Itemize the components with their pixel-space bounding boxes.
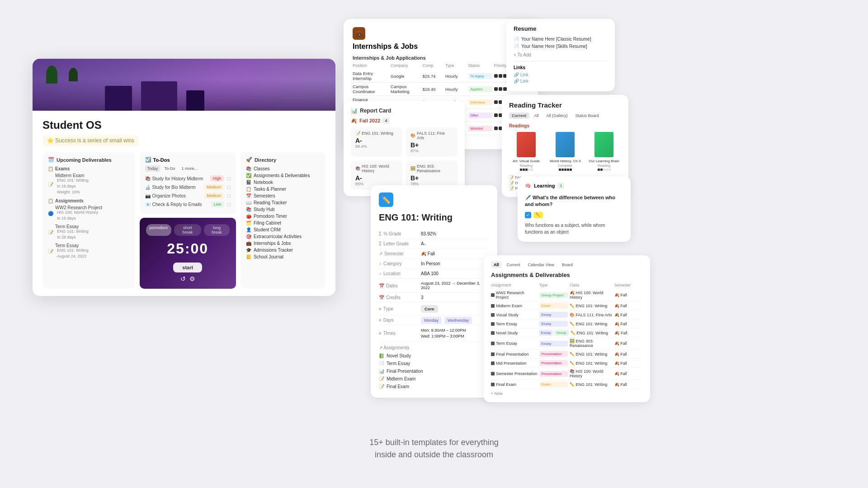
sigma-icon-2: Σ [379, 241, 382, 246]
book-1: Art: Visual Guide Reading [509, 132, 543, 171]
tab-more[interactable]: 1 more... [179, 165, 200, 172]
dir-item-admissions[interactable]: 🎓Admissions Tracker [246, 248, 320, 253]
tab-todo[interactable]: To-Do [162, 165, 178, 172]
eng-assign-2: 📄Term Essay [379, 360, 489, 367]
day-monday: Monday [421, 317, 442, 324]
eng-row-times: ≡ Times Mon: 9:30AM – 12:00PMWed: 1:00PM… [379, 325, 489, 342]
todo-check-4[interactable]: □ [227, 202, 231, 207]
intern-status-2: Applied [468, 86, 492, 92]
pomodoro-tab-short[interactable]: short break [174, 224, 201, 236]
student-os-card: Student OS ⭐ Success is a series of smal… [33, 59, 335, 296]
tab-today[interactable]: Today [145, 165, 160, 172]
report-icon: 📊 [351, 108, 358, 114]
eng-val-credits: 3 [421, 295, 424, 300]
dir-item-pomodoro[interactable]: 🍅Pomodoro Timer [246, 214, 320, 219]
dir-item-assignments[interactable]: ✅Assignments & Deliverables [246, 173, 320, 178]
rtab-current[interactable]: Current [509, 113, 529, 119]
assign-name-1: WW2 Research Project [55, 205, 102, 210]
upcoming-deliverables-section: 🗓️ Upcoming Deliverables 📋 Exams 📝 Midte… [42, 152, 135, 289]
todos-pomodoro-col: ☑️ To-Dos Today To-Do 1 more... 📚 Study … [140, 152, 236, 289]
exam-emoji-1: 📝 [48, 182, 53, 187]
gear-icon[interactable]: ⚙ [189, 275, 195, 282]
dir-item-studyhub[interactable]: 📚Study Hub [246, 207, 320, 212]
pomodoro-start-button[interactable]: start [173, 263, 202, 272]
pomodoro-tab-long[interactable]: long break [204, 224, 230, 236]
report-grade-2: B+ [410, 141, 453, 149]
todo-check-1[interactable]: □ [227, 176, 231, 181]
refresh-icon[interactable]: ↺ [180, 275, 186, 282]
exam-icon-eng: 📝 [379, 376, 384, 381]
dir-item-filing[interactable]: 🗂️Filing Cabinet [246, 221, 320, 225]
todo-text-3: Organize Photos [152, 193, 203, 198]
report-course-name-1: 📝 ENG 101: Writing [355, 131, 398, 136]
assign-dot-8 [491, 361, 495, 365]
assign-type-3: Essay [539, 312, 568, 318]
eng-row-semester: ↗ Semester 🍂 Fall [379, 249, 489, 259]
directory-section: 🚀 Directory 📚Classes ✅Assignments & Deli… [241, 152, 326, 289]
dir-item-internships[interactable]: 💼Internships & Jobs [246, 241, 320, 246]
col-status: Status [468, 63, 492, 68]
assign-tab-all[interactable]: All [491, 262, 502, 268]
rtab-status-board[interactable]: Status Board [573, 113, 602, 119]
assign-type-9: Presentation [539, 371, 568, 377]
report-course-1: 📝 ENG 101: Writing A- 88.4% [351, 127, 402, 157]
eng-row-location: ○ Location ABA 100 [379, 269, 489, 279]
report-course-name-4: 🖼️ ENG 303: Renaissance [410, 164, 453, 173]
col-class: Class [570, 283, 613, 287]
eng-val-category: In Person [421, 261, 440, 266]
bottom-text: 15+ built-in templates for everything in… [369, 436, 499, 461]
intern-pos-2: Campus Coordinator [353, 84, 389, 94]
rtab-all[interactable]: All [532, 113, 542, 119]
assign-sub-3: ENG 101: Writing [57, 248, 89, 253]
todo-check-3[interactable]: □ [227, 193, 231, 198]
intern-status-3: Interview [468, 99, 492, 105]
assign-type-1: Group Project [539, 292, 568, 298]
todo-emoji-2: 🔬 [145, 185, 151, 190]
eng-label-dates: 📅 Dates [379, 283, 417, 288]
todos-tabs: Today To-Do 1 more... [145, 165, 231, 172]
list-icon-2: ≡ [379, 318, 382, 323]
eng-label-letter: Σ Letter Grade [379, 241, 417, 246]
circle-icon-1: ○ [379, 261, 382, 266]
todo-text-4: Check & Reply to Emails [152, 202, 209, 207]
assign-tab-calendar[interactable]: Calendar View [525, 262, 557, 268]
assign-filter-tabs: All Current Calendar View Board [491, 262, 643, 268]
books-row: Art: Visual Guide Reading World History,… [509, 132, 621, 171]
assign-sem-6: 🍂 Fall [614, 341, 643, 346]
assign-tab-current[interactable]: Current [504, 262, 523, 268]
assign-new-button[interactable]: + New [491, 391, 643, 396]
resume-link-1[interactable]: 🔗 Link [514, 72, 608, 77]
dir-item-notebook[interactable]: 📓Notebook [246, 180, 320, 185]
resume-link-2[interactable]: 🔗 Link [514, 79, 608, 84]
rtab-all-gallery[interactable]: All (Gallery) [544, 113, 571, 119]
assign-row-2: Midterm Exam Exam ✏️ ENG 101: Writing 🍂 … [491, 301, 643, 310]
dir-item-reading[interactable]: 📖Reading Tracker [246, 200, 320, 205]
dir-item-crm[interactable]: 👤Student CRM [246, 227, 320, 232]
dir-item-journal[interactable]: 📒School Journal [246, 254, 320, 259]
internships-title: Internships & Jobs [353, 42, 529, 51]
todo-text-2: Study for Bio Midterm [152, 185, 203, 190]
dir-item-extracurricular[interactable]: 🎯Extracurricular Activities [246, 234, 320, 239]
assign-sem-5: 🍂 Fall [614, 331, 643, 335]
eng-assignments-section: ↗ Assignments 📗Novel Study 📄Term Essay 📊… [379, 345, 489, 390]
intern-comp-2: $18.40 [422, 87, 443, 92]
internships-table-header: Position Company Comp. Type Status Prior… [353, 63, 529, 68]
assign-class-2: ✏️ ENG 101: Writing [570, 304, 613, 308]
dir-item-semesters[interactable]: 📅Semesters [246, 193, 320, 198]
todo-check-2[interactable]: □ [227, 184, 231, 190]
dir-item-tasks[interactable]: 📋Tasks & Planner [246, 187, 320, 192]
reading-tracker-tabs: Current All All (Gallery) Status Board [509, 113, 621, 119]
learning-answer: Who functions as a subject, while whom f… [525, 222, 623, 235]
eng101-card: ✏️ ENG 101: Writing Σ % Grade 83.92% Σ L… [371, 185, 497, 398]
intern-type-1: Hourly [445, 74, 467, 79]
assign-row-8: Mid Presentation Presentation ✏️ ENG 101… [491, 359, 643, 368]
dir-item-classes[interactable]: 📚Classes [246, 166, 320, 171]
resume-add-button[interactable]: + To Add [514, 52, 608, 57]
intern-comp-1: $25.74 [422, 74, 443, 79]
pomodoro-tab-main[interactable]: pomodoro [146, 224, 172, 236]
assign-name-9: Semester Presentation [491, 371, 538, 376]
assign-sem-3: 🍂 Fall [614, 313, 643, 317]
brain-icon: 🧠 [525, 183, 531, 189]
sigma-icon-1: Σ [379, 231, 382, 236]
assign-tab-board[interactable]: Board [559, 262, 576, 268]
